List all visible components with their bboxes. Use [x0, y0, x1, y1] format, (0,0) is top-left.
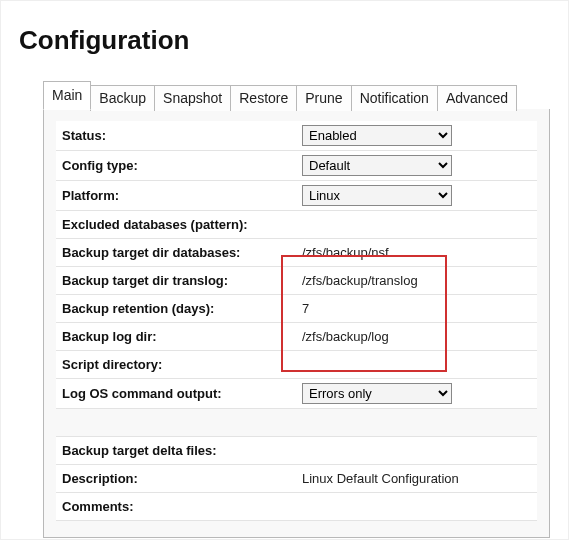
- tab-strip: Main Backup Snapshot Restore Prune Notif…: [19, 80, 550, 109]
- label-log-dir: Backup log dir:: [56, 323, 296, 351]
- value-delta-files: [296, 437, 537, 465]
- row-script-dir: Script directory:: [56, 351, 537, 379]
- row-platform: Platform: Linux: [56, 181, 537, 211]
- row-excluded: Excluded databases (pattern):: [56, 211, 537, 239]
- row-target-dir-db: Backup target dir databases: /zfs/backup…: [56, 239, 537, 267]
- row-comments: Comments:: [56, 493, 537, 521]
- tab-advanced[interactable]: Advanced: [437, 85, 517, 111]
- label-comments: Comments:: [56, 493, 296, 521]
- config-form: Status: Enabled Config type: Default Pla…: [56, 121, 537, 521]
- tab-backup[interactable]: Backup: [90, 85, 155, 111]
- select-status[interactable]: Enabled: [302, 125, 452, 146]
- value-excluded: [296, 211, 537, 239]
- select-log-os-cmd[interactable]: Errors only: [302, 383, 452, 404]
- value-target-dir-db: /zfs/backup/nsf: [296, 239, 537, 267]
- tab-prune[interactable]: Prune: [296, 85, 351, 111]
- row-description: Description: Linux Default Configuration: [56, 465, 537, 493]
- label-retention: Backup retention (days):: [56, 295, 296, 323]
- tab-notification[interactable]: Notification: [351, 85, 438, 111]
- page-title: Configuration: [19, 25, 550, 56]
- label-log-os-cmd: Log OS command output:: [56, 379, 296, 409]
- value-comments: [296, 493, 537, 521]
- row-retention: Backup retention (days): 7: [56, 295, 537, 323]
- value-retention: 7: [296, 295, 537, 323]
- tab-restore[interactable]: Restore: [230, 85, 297, 111]
- row-log-os-cmd: Log OS command output: Errors only: [56, 379, 537, 409]
- tab-snapshot[interactable]: Snapshot: [154, 85, 231, 111]
- row-config-type: Config type: Default: [56, 151, 537, 181]
- config-panel: Status: Enabled Config type: Default Pla…: [43, 109, 550, 538]
- row-spacer: [56, 409, 537, 437]
- value-script-dir: [296, 351, 537, 379]
- value-log-dir: /zfs/backup/log: [296, 323, 537, 351]
- row-delta-files: Backup target delta files:: [56, 437, 537, 465]
- row-log-dir: Backup log dir: /zfs/backup/log: [56, 323, 537, 351]
- select-config-type[interactable]: Default: [302, 155, 452, 176]
- select-platform[interactable]: Linux: [302, 185, 452, 206]
- label-config-type: Config type:: [56, 151, 296, 181]
- value-target-dir-translog: /zfs/backup/translog: [296, 267, 537, 295]
- tab-main[interactable]: Main: [43, 81, 91, 110]
- label-target-dir-translog: Backup target dir translog:: [56, 267, 296, 295]
- label-description: Description:: [56, 465, 296, 493]
- label-target-dir-db: Backup target dir databases:: [56, 239, 296, 267]
- label-script-dir: Script directory:: [56, 351, 296, 379]
- label-status: Status:: [56, 121, 296, 151]
- row-target-dir-translog: Backup target dir translog: /zfs/backup/…: [56, 267, 537, 295]
- value-description: Linux Default Configuration: [296, 465, 537, 493]
- label-delta-files: Backup target delta files:: [56, 437, 296, 465]
- label-excluded: Excluded databases (pattern):: [56, 211, 296, 239]
- label-platform: Platform:: [56, 181, 296, 211]
- row-status: Status: Enabled: [56, 121, 537, 151]
